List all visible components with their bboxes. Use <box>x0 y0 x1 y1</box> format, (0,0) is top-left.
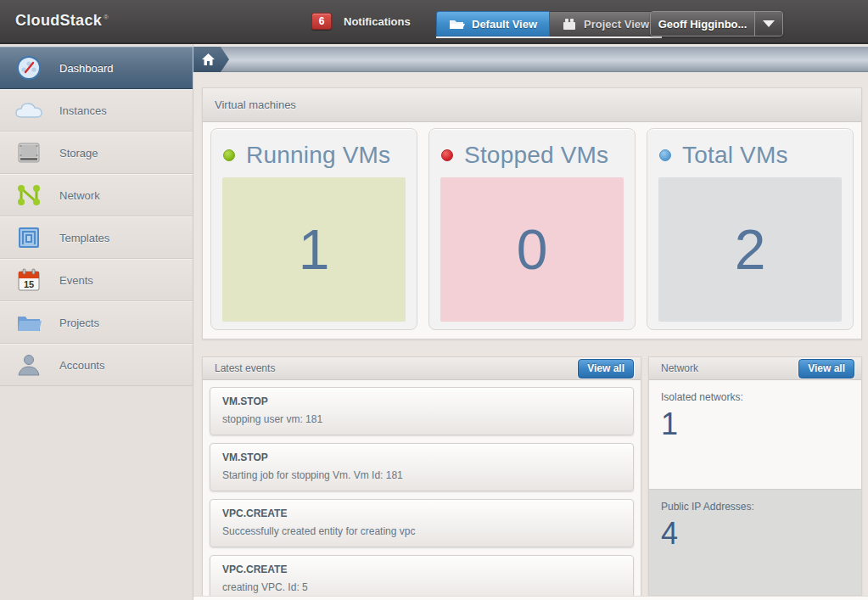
vm-cards-row: Running VMs 1 Stopped VMs 0 Total VMs 2 <box>203 122 861 336</box>
panel-title: Latest events <box>215 362 275 374</box>
stat-value: 4 <box>661 516 849 552</box>
card-header: Total VMs <box>647 129 853 177</box>
sidebar-item-label: Events <box>59 274 93 287</box>
project-view-button[interactable]: Project View <box>550 11 662 36</box>
public-ip-addresses-section: Public IP Addresses: 4 <box>649 489 861 596</box>
running-vms-card[interactable]: Running VMs 1 <box>210 128 417 330</box>
calendar-icon: 15 <box>14 266 44 294</box>
total-vms-card[interactable]: Total VMs 2 <box>647 128 854 330</box>
top-header-bar: CloudStack® 6 Notifications Default View… <box>0 0 868 44</box>
briefcase-icon <box>562 18 577 31</box>
running-vms-count: 1 <box>299 217 330 282</box>
card-title: Total VMs <box>682 142 788 169</box>
sidebar-item-dashboard[interactable]: Dashboard <box>0 47 193 89</box>
stopped-vms-count: 0 <box>517 217 548 282</box>
event-list-item[interactable]: VPC.CREATE creating VPC. Id: 5 <box>210 555 634 599</box>
disk-icon <box>14 138 44 167</box>
event-type: VPC.CREATE <box>222 507 621 519</box>
total-vms-tile: 2 <box>658 177 842 322</box>
sidebar-item-label: Accounts <box>59 359 104 372</box>
latest-events-panel: Latest events View all VM.STOP stopping … <box>202 356 641 599</box>
card-header: Running VMs <box>211 129 417 177</box>
running-vms-tile: 1 <box>222 177 406 322</box>
notifications-label[interactable]: Notifications <box>344 15 411 28</box>
user-menu-control: Geoff Higginbo... <box>650 11 783 36</box>
virtual-machines-panel: Virtual machines Running VMs 1 Stopped V… <box>202 87 862 339</box>
stat-label: Isolated networks: <box>661 391 849 403</box>
chevron-down-icon <box>763 20 775 27</box>
home-icon <box>202 53 215 65</box>
card-title: Running VMs <box>246 142 390 169</box>
registered-mark: ® <box>104 14 109 21</box>
sidebar-item-accounts[interactable]: Accounts <box>0 344 193 386</box>
person-icon <box>14 350 44 379</box>
sidebar-item-events[interactable]: 15 Events <box>0 259 193 301</box>
sidebar-item-projects[interactable]: Projects <box>0 301 193 344</box>
event-list-item[interactable]: VM.STOP Starting job for stopping Vm. Vm… <box>210 443 634 491</box>
event-list-item[interactable]: VPC.CREATE Successfully created entity f… <box>210 499 634 547</box>
notification-count-badge[interactable]: 6 <box>311 13 332 30</box>
network-panel-header: Network View all <box>649 357 861 380</box>
events-view-all-button[interactable]: View all <box>578 359 634 379</box>
sidebar-item-label: Projects <box>59 317 99 329</box>
breadcrumb-home-button[interactable] <box>193 47 229 72</box>
panel-title: Virtual machines <box>215 98 296 111</box>
open-folder-icon <box>449 18 465 31</box>
isolated-networks-section: Isolated networks: 1 <box>649 380 861 489</box>
template-icon <box>14 223 44 252</box>
stat-label: Public IP Addresses: <box>661 501 849 513</box>
card-header: Stopped VMs <box>429 129 635 177</box>
cloudstack-logo: CloudStack® <box>15 12 109 30</box>
view-switcher: Default View Project View <box>436 11 662 38</box>
card-title: Stopped VMs <box>464 142 608 169</box>
sidebar-nav: Dashboard Instances Storage <box>0 44 193 600</box>
sidebar-item-label: Dashboard <box>59 62 114 75</box>
stopped-status-dot-icon <box>441 149 453 161</box>
event-description: Starting job for stopping Vm. Vm Id: 181 <box>222 469 621 481</box>
default-view-button[interactable]: Default View <box>436 11 550 36</box>
event-type: VPC.CREATE <box>222 564 621 575</box>
event-description: stopping user vm: 181 <box>222 413 621 425</box>
total-status-dot-icon <box>659 149 671 161</box>
svg-text:15: 15 <box>24 279 34 289</box>
total-vms-count: 2 <box>735 217 766 282</box>
network-nodes-icon <box>14 181 44 210</box>
sidebar-item-network[interactable]: Network <box>0 174 193 216</box>
network-view-all-button[interactable]: View all <box>798 359 854 379</box>
breadcrumb-bar <box>193 47 868 72</box>
notifications-area[interactable]: 6 Notifications <box>311 13 411 30</box>
sidebar-item-label: Storage <box>59 147 98 160</box>
sidebar-item-label: Network <box>59 189 100 202</box>
event-description: creating VPC. Id: 5 <box>222 581 621 593</box>
cloud-icon <box>14 96 44 125</box>
latest-events-panel-header: Latest events View all <box>203 357 641 380</box>
running-status-dot-icon <box>223 149 235 161</box>
folder-icon <box>14 308 44 337</box>
user-name-button[interactable]: Geoff Higginbo... <box>651 12 754 36</box>
sidebar-item-label: Instances <box>59 104 107 117</box>
event-list-item[interactable]: VM.STOP stopping user vm: 181 <box>210 387 634 435</box>
sidebar-item-instances[interactable]: Instances <box>0 89 193 132</box>
panel-title: Network <box>661 362 698 374</box>
dashboard-gauge-icon <box>14 53 44 82</box>
sidebar-item-templates[interactable]: Templates <box>0 216 193 259</box>
event-type: VM.STOP <box>222 395 621 407</box>
event-type: VM.STOP <box>222 451 621 463</box>
user-dropdown-button[interactable] <box>754 12 782 36</box>
stopped-vms-card[interactable]: Stopped VMs 0 <box>428 128 636 330</box>
event-description: Successfully created entity for creating… <box>222 525 621 537</box>
stopped-vms-tile: 0 <box>440 177 624 322</box>
network-panel: Network View all Isolated networks: 1 Pu… <box>648 356 862 596</box>
stat-value: 1 <box>661 407 849 442</box>
sidebar-item-storage[interactable]: Storage <box>0 132 193 174</box>
virtual-machines-panel-header: Virtual machines <box>203 88 861 122</box>
sidebar-item-label: Templates <box>59 232 109 244</box>
